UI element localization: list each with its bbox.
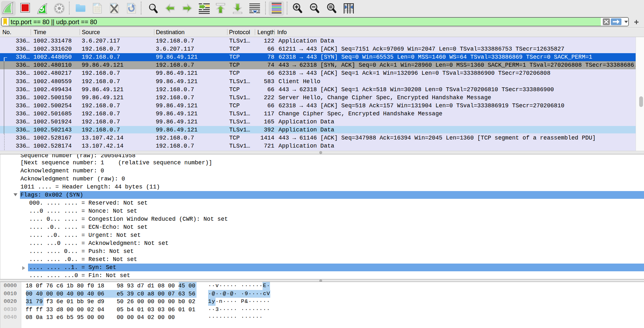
svg-text:01110: 01110 [94, 10, 101, 13]
